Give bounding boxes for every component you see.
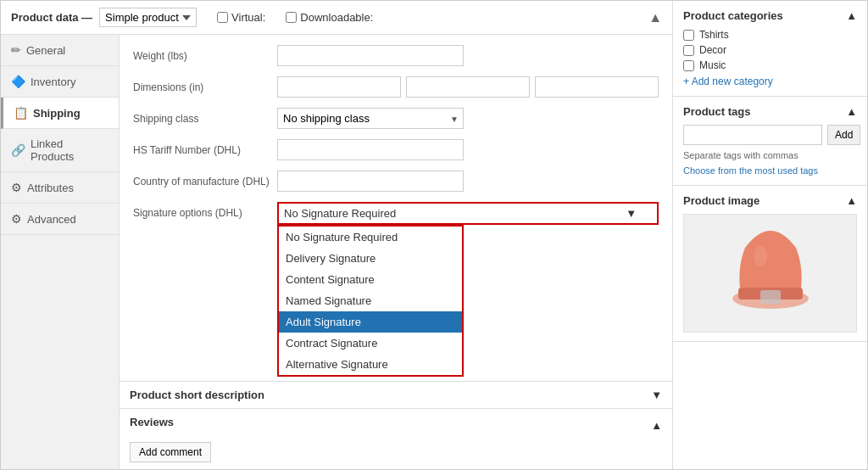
sidebar-item-general[interactable]: ✏ General [1, 35, 119, 66]
advanced-icon: ⚙ [11, 212, 22, 226]
reviews-section: Reviews ▲ Add comment [120, 408, 672, 469]
signature-dropdown-menu: No Signature Required Delivery Signature… [277, 225, 464, 377]
right-panel: Product categories ▲ Tshirts Decor Music… [672, 1, 867, 469]
product-type-select[interactable]: Simple product [99, 8, 197, 27]
signature-dropdown-trigger[interactable]: No Signature Required ▼ [277, 202, 659, 225]
reviews-title: Reviews [130, 416, 174, 428]
categories-title: Product categories ▲ [683, 9, 857, 22]
weight-input[interactable]: 0.2 [277, 45, 464, 66]
weight-input-wrapper: 0.2 [277, 45, 659, 66]
shipping-class-select[interactable]: No shipping class [277, 108, 464, 129]
dimension-width[interactable]: 5 [406, 76, 530, 98]
shipping-class-label: Shipping class [133, 108, 277, 125]
product-data-header: Product data — Simple product Virtual: D… [1, 1, 672, 35]
tags-note: Separate tags with commas [683, 150, 857, 160]
short-description-section: Product short description ▼ [120, 381, 672, 408]
country-label: Country of manufacture (DHL) [133, 171, 277, 187]
shipping-icon: 📋 [14, 106, 28, 120]
hat-svg [728, 227, 813, 320]
collapse-reviews-icon[interactable]: ▲ [651, 419, 662, 432]
hat-image [684, 215, 856, 332]
signature-row: Signature options (DHL) No Signature Req… [133, 202, 659, 225]
svg-point-3 [754, 246, 767, 266]
option-alternative-signature[interactable]: Alternative Signature [279, 354, 462, 375]
tags-section: Product tags ▲ Add Separate tags with co… [673, 97, 867, 186]
shipping-content: Weight (lbs) 0.2 Dimensions (in) 4 5 0.5 [120, 35, 672, 381]
category-tshirts-checkbox[interactable] [683, 30, 694, 41]
option-contract-signature[interactable]: Contract Signature [279, 333, 462, 354]
tags-input[interactable] [683, 125, 822, 145]
product-image-title: Product image ▲ [683, 194, 857, 207]
shipping-class-select-wrapper: No shipping class ▼ [277, 108, 464, 129]
tags-input-row: Add [683, 125, 857, 145]
category-music: Music [683, 59, 857, 71]
collapse-image-icon[interactable]: ▲ [846, 194, 857, 207]
product-tabs-sidebar: ✏ General 🔷 Inventory 📋 Shipping 🔗 Linke… [1, 35, 120, 469]
dimension-height[interactable]: 0.5 [535, 76, 659, 98]
product-data-title: Product data — [11, 11, 92, 24]
collapse-button[interactable]: ▲ [648, 10, 662, 25]
option-content-signature[interactable]: Content Signature [279, 269, 462, 290]
bottom-sections: Product short description ▼ Reviews ▲ Ad… [120, 381, 672, 469]
weight-row: Weight (lbs) 0.2 [133, 45, 659, 66]
virtual-label: Virtual: [217, 11, 265, 24]
product-image-placeholder [683, 214, 857, 333]
sidebar-item-advanced[interactable]: ⚙ Advanced [1, 204, 119, 235]
sidebar-item-linked-products[interactable]: 🔗 Linked Products [1, 129, 119, 172]
country-row: Country of manufacture (DHL) [133, 171, 659, 192]
category-music-label: Music [699, 59, 726, 71]
add-comment-button[interactable]: Add comment [130, 442, 211, 462]
category-decor-label: Decor [699, 44, 726, 56]
hs-tariff-input-wrapper [277, 139, 659, 160]
tags-title: Product tags ▲ [683, 105, 857, 118]
dimensions-inputs: 4 5 0.5 [277, 76, 659, 98]
dimension-length[interactable]: 4 [277, 76, 401, 98]
category-tshirts: Tshirts [683, 29, 857, 41]
downloadable-checkbox[interactable] [286, 12, 297, 23]
virtual-checkbox[interactable] [217, 12, 228, 23]
sidebar-item-shipping[interactable]: 📋 Shipping [1, 98, 119, 129]
add-tag-button[interactable]: Add [827, 125, 860, 145]
country-input-wrapper [277, 171, 659, 192]
hs-tariff-row: HS Tariff Number (DHL) [133, 139, 659, 160]
hs-tariff-input[interactable] [277, 139, 464, 160]
category-decor: Decor [683, 44, 857, 56]
signature-dropdown-wrapper: No Signature Required ▼ No Signature Req… [277, 202, 659, 225]
sidebar-item-attributes[interactable]: ⚙ Attributes [1, 172, 119, 204]
collapse-categories-icon[interactable]: ▲ [846, 9, 857, 22]
dimensions-label: Dimensions (in) [133, 76, 277, 93]
product-image-section: Product image ▲ [673, 186, 867, 342]
collapse-tags-icon[interactable]: ▲ [846, 105, 857, 118]
signature-selected-text: No Signature Required [284, 207, 396, 220]
categories-section: Product categories ▲ Tshirts Decor Music… [673, 1, 867, 97]
weight-label: Weight (lbs) [133, 45, 277, 62]
pencil-icon: ✏ [11, 43, 21, 57]
shipping-class-input-wrapper: No shipping class ▼ [277, 108, 659, 129]
category-music-checkbox[interactable] [683, 60, 694, 71]
option-delivery-signature[interactable]: Delivery Signature [279, 248, 462, 269]
collapse-short-desc-icon[interactable]: ▼ [651, 389, 662, 401]
add-category-link[interactable]: + Add new category [683, 76, 773, 87]
country-input[interactable] [277, 171, 464, 192]
dropdown-arrow-icon: ▼ [626, 207, 637, 220]
dimensions-row: Dimensions (in) 4 5 0.5 [133, 76, 659, 98]
option-named-signature[interactable]: Named Signature [279, 290, 462, 311]
choose-tags-link[interactable]: Choose from the most used tags [683, 165, 818, 176]
signature-dropdown-area: No Signature Required ▼ No Signature Req… [277, 202, 659, 225]
attributes-icon: ⚙ [11, 181, 22, 194]
short-description-title: Product short description [130, 389, 264, 401]
inventory-icon: 🔷 [11, 75, 25, 88]
svg-rect-2 [760, 290, 781, 304]
link-icon: 🔗 [11, 143, 25, 157]
option-adult-signature[interactable]: Adult Signature [279, 311, 462, 333]
option-no-signature[interactable]: No Signature Required [279, 227, 462, 248]
signature-label: Signature options (DHL) [133, 202, 277, 219]
downloadable-label: Downloadable: [286, 11, 373, 24]
category-tshirts-label: Tshirts [699, 29, 729, 41]
shipping-class-row: Shipping class No shipping class ▼ [133, 108, 659, 129]
category-decor-checkbox[interactable] [683, 45, 694, 56]
hs-tariff-label: HS Tariff Number (DHL) [133, 139, 277, 156]
sidebar-item-inventory[interactable]: 🔷 Inventory [1, 66, 119, 98]
